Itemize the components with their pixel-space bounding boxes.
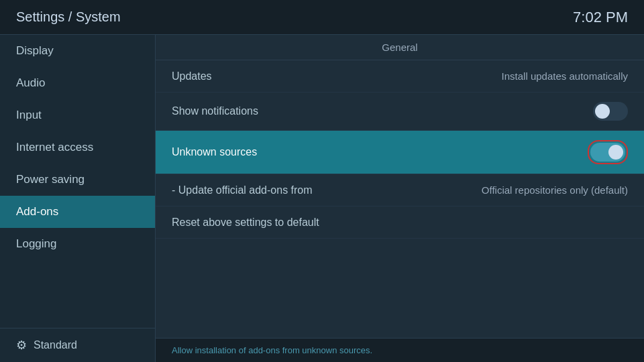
section-header: General [156, 35, 644, 60]
clock: 7:02 PM [573, 9, 628, 26]
standard-label: Standard [34, 339, 77, 351]
setting-row-reset[interactable]: Reset above settings to default [156, 206, 644, 239]
status-bar: Allow installation of add-ons from unkno… [156, 338, 644, 362]
toggle-knob-unknown [608, 145, 623, 160]
setting-row-update-addons[interactable]: - Update official add-ons from Official … [156, 174, 644, 206]
sidebar-item-internet-access[interactable]: Internet access [0, 131, 155, 164]
sidebar-bottom: ⚙ Standard [0, 328, 155, 362]
show-notifications-toggle[interactable] [593, 102, 628, 121]
update-addons-label: - Update official add-ons from [172, 184, 313, 196]
unknown-sources-toggle[interactable] [590, 143, 625, 162]
content-area: General Updates Install updates automati… [156, 35, 644, 362]
setting-row-updates[interactable]: Updates Install updates automatically [156, 60, 644, 93]
updates-label: Updates [172, 70, 212, 82]
updates-value: Install updates automatically [502, 70, 628, 82]
sidebar: Display Audio Input Internet access Powe… [0, 35, 156, 362]
page-title: Settings / System [16, 9, 121, 25]
sidebar-item-logging[interactable]: Logging [0, 228, 155, 260]
sidebar-item-power-saving[interactable]: Power saving [0, 164, 155, 196]
status-text: Allow installation of add-ons from unkno… [172, 345, 372, 355]
show-notifications-label: Show notifications [172, 105, 258, 117]
toggle-knob [595, 104, 610, 119]
sidebar-item-input[interactable]: Input [0, 99, 155, 131]
unknown-sources-label: Unknown sources [172, 146, 257, 158]
setting-row-unknown-sources[interactable]: Unknown sources [156, 131, 644, 174]
sidebar-item-add-ons[interactable]: Add-ons [0, 196, 155, 228]
main-layout: Display Audio Input Internet access Powe… [0, 35, 644, 362]
gear-icon: ⚙ [16, 338, 27, 353]
update-addons-value: Official repositories only (default) [482, 184, 628, 196]
sidebar-item-display[interactable]: Display [0, 35, 155, 67]
toggle-highlight-border [588, 140, 628, 164]
reset-label: Reset above settings to default [172, 217, 319, 229]
setting-row-show-notifications[interactable]: Show notifications [156, 93, 644, 131]
settings-list: Updates Install updates automatically Sh… [156, 60, 644, 338]
header: Settings / System 7:02 PM [0, 0, 644, 35]
sidebar-item-audio[interactable]: Audio [0, 67, 155, 99]
